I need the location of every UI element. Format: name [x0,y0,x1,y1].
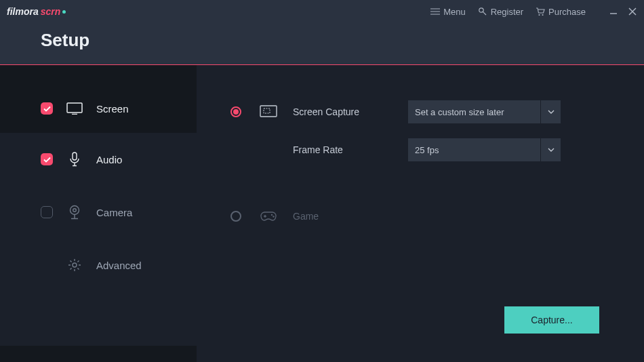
logo-word-filmora: filmora [7,6,39,17]
sidebar-label-audio: Audio [96,154,122,165]
select-screen-size[interactable]: Set a custom size later [408,100,561,123]
content-panel: Screen Capture Set a custom size later F… [197,65,644,362]
checkbox-audio[interactable] [41,153,53,165]
sidebar-item-advanced[interactable]: Advanced [0,239,197,291]
purchase-button[interactable]: Purchase [536,7,586,17]
sidebar-label-camera: Camera [96,207,132,218]
chevron-down-icon [540,138,561,161]
main-area: Screen Audio Camera Advanced [0,65,644,362]
cart-icon [536,7,545,16]
logo-word-scrn: scrn [41,6,61,17]
checkbox-camera[interactable] [41,206,53,218]
svg-point-10 [271,214,273,216]
svg-point-2 [542,14,543,15]
minimize-button[interactable] [609,7,618,16]
option-game: Game [230,209,599,224]
svg-rect-4 [73,153,77,160]
menu-button[interactable]: Menu [430,7,466,17]
sidebar-label-advanced: Advanced [96,260,142,271]
titlebar: filmora scrn Menu Register Purchase [0,0,644,23]
select-frame-rate[interactable]: 25 fps [408,138,561,161]
screen-capture-icon [259,104,278,119]
option-screen-capture: Screen Capture Set a custom size later [230,100,599,123]
sidebar-filler [0,291,197,346]
app-logo: filmora scrn [7,6,66,17]
label-frame-rate: Frame Rate [293,144,408,155]
page-title: Setup [41,30,89,51]
capture-button[interactable]: Capture... [504,306,599,334]
sidebar-item-audio[interactable]: Audio [0,133,197,186]
close-button[interactable] [628,7,637,16]
key-icon [478,7,487,16]
option-frame-rate: Frame Rate 25 fps [230,138,599,161]
svg-point-11 [273,216,274,217]
menu-label: Menu [443,7,466,17]
svg-rect-9 [264,108,270,113]
microphone-icon [66,151,83,167]
sidebar-item-screen[interactable]: Screen [0,84,197,133]
sidebar-label-screen: Screen [96,103,129,115]
select-frame-rate-value: 25 fps [415,145,439,155]
svg-point-0 [479,8,483,12]
radio-screen-capture[interactable] [230,106,241,117]
gamepad-icon [259,209,278,224]
svg-point-6 [73,209,77,212]
hamburger-icon [430,8,440,15]
webcam-icon [66,204,83,220]
label-game: Game [293,211,408,222]
sidebar-item-camera[interactable]: Camera [0,186,197,239]
setup-header: Setup [0,23,644,65]
logo-dot-icon [62,10,66,14]
radio-game[interactable] [230,211,241,222]
window-controls [609,7,637,16]
chevron-down-icon [540,100,561,123]
svg-rect-8 [260,106,277,117]
purchase-label: Purchase [548,7,586,17]
label-screen-capture: Screen Capture [293,106,408,117]
screen-icon [66,100,83,117]
register-button[interactable]: Register [478,7,523,17]
svg-rect-3 [67,103,82,113]
select-screen-size-value: Set a custom size later [415,107,504,117]
frame-rate-icon-blank [259,142,278,157]
gear-icon [66,257,83,273]
register-label: Register [491,7,523,17]
svg-point-1 [538,14,540,15]
capture-button-label: Capture... [531,315,572,325]
svg-point-7 [73,263,77,267]
checkbox-screen[interactable] [41,102,53,115]
titlebar-actions: Menu Register Purchase [430,7,637,17]
sidebar: Screen Audio Camera Advanced [0,65,197,362]
svg-point-5 [71,206,79,215]
